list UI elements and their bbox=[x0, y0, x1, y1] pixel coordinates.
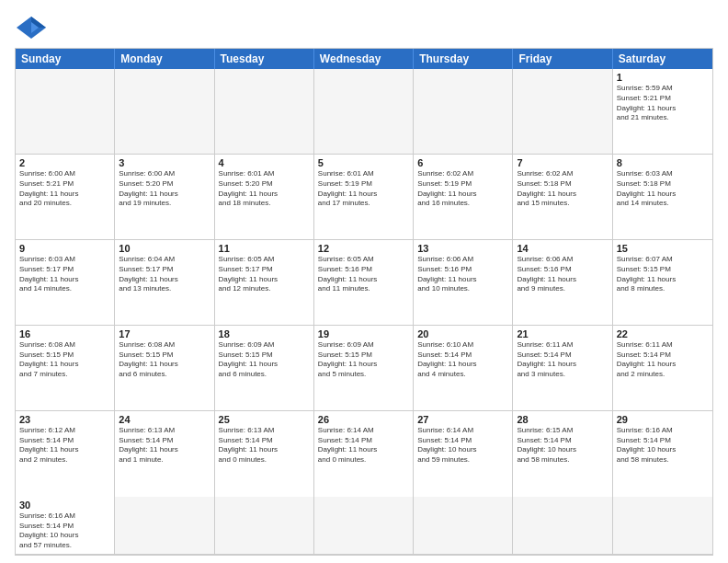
cell-number: 21 bbox=[517, 328, 608, 339]
cell-info: Sunrise: 6:10 AM Sunset: 5:14 PM Dayligh… bbox=[417, 340, 508, 380]
calendar-cell: 20Sunrise: 6:10 AM Sunset: 5:14 PM Dayli… bbox=[414, 326, 513, 411]
cell-number: 7 bbox=[517, 157, 608, 168]
calendar-cell: 3Sunrise: 6:00 AM Sunset: 5:20 PM Daylig… bbox=[115, 155, 214, 240]
day-header: Wednesday bbox=[314, 49, 414, 69]
calendar-cell: 25Sunrise: 6:13 AM Sunset: 5:14 PM Dayli… bbox=[215, 411, 314, 497]
cell-number: 14 bbox=[517, 243, 608, 254]
calendar-cell: 7Sunrise: 6:02 AM Sunset: 5:18 PM Daylig… bbox=[513, 155, 612, 240]
cell-info: Sunrise: 6:09 AM Sunset: 5:15 PM Dayligh… bbox=[219, 340, 310, 380]
cell-number: 20 bbox=[417, 328, 508, 339]
cell-info: Sunrise: 6:11 AM Sunset: 5:14 PM Dayligh… bbox=[617, 340, 709, 380]
cell-number: 1 bbox=[617, 72, 709, 83]
cell-info: Sunrise: 6:13 AM Sunset: 5:14 PM Dayligh… bbox=[219, 426, 310, 465]
cell-number: 17 bbox=[119, 328, 210, 339]
logo-icon bbox=[15, 15, 48, 40]
calendar-cell: 4Sunrise: 6:01 AM Sunset: 5:20 PM Daylig… bbox=[215, 155, 314, 240]
day-header: Friday bbox=[513, 49, 612, 69]
calendar-cell: 6Sunrise: 6:02 AM Sunset: 5:19 PM Daylig… bbox=[414, 155, 513, 240]
calendar-grid: 1Sunrise: 5:59 AM Sunset: 5:21 PM Daylig… bbox=[16, 69, 712, 555]
cell-number: 26 bbox=[318, 414, 409, 425]
calendar-cell: 28Sunrise: 6:15 AM Sunset: 5:14 PM Dayli… bbox=[513, 411, 612, 497]
day-header: Saturday bbox=[613, 49, 712, 69]
cell-info: Sunrise: 6:02 AM Sunset: 5:19 PM Dayligh… bbox=[417, 169, 508, 209]
calendar-cell: 2Sunrise: 6:00 AM Sunset: 5:21 PM Daylig… bbox=[16, 155, 115, 240]
cell-number: 28 bbox=[517, 414, 608, 425]
calendar-cell bbox=[414, 497, 513, 555]
cell-number: 8 bbox=[617, 157, 709, 168]
cell-number: 16 bbox=[19, 328, 110, 339]
cell-info: Sunrise: 6:16 AM Sunset: 5:14 PM Dayligh… bbox=[19, 511, 110, 551]
cell-info: Sunrise: 6:14 AM Sunset: 5:14 PM Dayligh… bbox=[417, 426, 508, 465]
cell-info: Sunrise: 6:02 AM Sunset: 5:18 PM Dayligh… bbox=[517, 169, 608, 209]
calendar-cell: 12Sunrise: 6:05 AM Sunset: 5:16 PM Dayli… bbox=[314, 240, 414, 326]
calendar-cell: 9Sunrise: 6:03 AM Sunset: 5:17 PM Daylig… bbox=[16, 240, 115, 326]
page: SundayMondayTuesdayWednesdayThursdayFrid… bbox=[0, 0, 728, 563]
cell-info: Sunrise: 6:15 AM Sunset: 5:14 PM Dayligh… bbox=[517, 426, 608, 465]
calendar-cell: 26Sunrise: 6:14 AM Sunset: 5:14 PM Dayli… bbox=[314, 411, 414, 497]
cell-number: 25 bbox=[219, 414, 310, 425]
cell-number: 9 bbox=[19, 243, 110, 254]
calendar-cell bbox=[513, 497, 612, 555]
day-headers: SundayMondayTuesdayWednesdayThursdayFrid… bbox=[16, 49, 712, 69]
cell-info: Sunrise: 6:08 AM Sunset: 5:15 PM Dayligh… bbox=[19, 340, 110, 380]
calendar-cell bbox=[16, 69, 115, 155]
calendar-cell: 14Sunrise: 6:06 AM Sunset: 5:16 PM Dayli… bbox=[513, 240, 612, 326]
calendar-cell: 21Sunrise: 6:11 AM Sunset: 5:14 PM Dayli… bbox=[513, 326, 612, 411]
cell-info: Sunrise: 6:13 AM Sunset: 5:14 PM Dayligh… bbox=[119, 426, 210, 465]
cell-number: 13 bbox=[417, 243, 508, 254]
cell-info: Sunrise: 6:09 AM Sunset: 5:15 PM Dayligh… bbox=[318, 340, 409, 380]
calendar-cell: 11Sunrise: 6:05 AM Sunset: 5:17 PM Dayli… bbox=[215, 240, 314, 326]
cell-number: 6 bbox=[417, 157, 508, 168]
calendar-cell: 30Sunrise: 6:16 AM Sunset: 5:14 PM Dayli… bbox=[16, 497, 115, 555]
day-header: Tuesday bbox=[215, 49, 314, 69]
cell-number: 18 bbox=[219, 328, 310, 339]
cell-info: Sunrise: 6:12 AM Sunset: 5:14 PM Dayligh… bbox=[19, 426, 110, 465]
cell-info: Sunrise: 6:05 AM Sunset: 5:17 PM Dayligh… bbox=[219, 255, 310, 294]
calendar-cell: 27Sunrise: 6:14 AM Sunset: 5:14 PM Dayli… bbox=[414, 411, 513, 497]
cell-info: Sunrise: 6:06 AM Sunset: 5:16 PM Dayligh… bbox=[517, 255, 608, 294]
calendar-cell bbox=[115, 497, 214, 555]
cell-number: 27 bbox=[417, 414, 508, 425]
calendar-cell bbox=[115, 69, 214, 155]
day-header: Sunday bbox=[16, 49, 115, 69]
calendar-cell bbox=[314, 497, 414, 555]
header bbox=[15, 15, 713, 40]
cell-info: Sunrise: 6:16 AM Sunset: 5:14 PM Dayligh… bbox=[617, 426, 709, 465]
cell-number: 3 bbox=[119, 157, 210, 168]
cell-number: 30 bbox=[19, 500, 110, 511]
calendar-cell bbox=[215, 69, 314, 155]
calendar-cell: 19Sunrise: 6:09 AM Sunset: 5:15 PM Dayli… bbox=[314, 326, 414, 411]
cell-number: 23 bbox=[19, 414, 110, 425]
cell-number: 19 bbox=[318, 328, 409, 339]
cell-info: Sunrise: 6:00 AM Sunset: 5:21 PM Dayligh… bbox=[19, 169, 110, 209]
cell-number: 12 bbox=[318, 243, 409, 254]
cell-info: Sunrise: 6:01 AM Sunset: 5:19 PM Dayligh… bbox=[318, 169, 409, 209]
cell-number: 10 bbox=[119, 243, 210, 254]
calendar-cell: 15Sunrise: 6:07 AM Sunset: 5:15 PM Dayli… bbox=[613, 240, 712, 326]
cell-number: 5 bbox=[318, 157, 409, 168]
calendar-cell: 23Sunrise: 6:12 AM Sunset: 5:14 PM Dayli… bbox=[16, 411, 115, 497]
cell-info: Sunrise: 6:06 AM Sunset: 5:16 PM Dayligh… bbox=[417, 255, 508, 294]
calendar-cell bbox=[414, 69, 513, 155]
cell-number: 29 bbox=[617, 414, 709, 425]
calendar-cell bbox=[215, 497, 314, 555]
cell-info: Sunrise: 5:59 AM Sunset: 5:21 PM Dayligh… bbox=[617, 84, 709, 123]
calendar-cell: 10Sunrise: 6:04 AM Sunset: 5:17 PM Dayli… bbox=[115, 240, 214, 326]
cell-info: Sunrise: 6:05 AM Sunset: 5:16 PM Dayligh… bbox=[318, 255, 409, 294]
cell-info: Sunrise: 6:03 AM Sunset: 5:18 PM Dayligh… bbox=[617, 169, 709, 209]
day-header: Monday bbox=[115, 49, 214, 69]
calendar-cell bbox=[513, 69, 612, 155]
cell-info: Sunrise: 6:00 AM Sunset: 5:20 PM Dayligh… bbox=[119, 169, 210, 209]
calendar-cell: 13Sunrise: 6:06 AM Sunset: 5:16 PM Dayli… bbox=[414, 240, 513, 326]
calendar-cell: 24Sunrise: 6:13 AM Sunset: 5:14 PM Dayli… bbox=[115, 411, 214, 497]
cell-number: 15 bbox=[617, 243, 709, 254]
calendar-cell: 18Sunrise: 6:09 AM Sunset: 5:15 PM Dayli… bbox=[215, 326, 314, 411]
cell-info: Sunrise: 6:01 AM Sunset: 5:20 PM Dayligh… bbox=[219, 169, 310, 209]
cell-number: 11 bbox=[219, 243, 310, 254]
day-header: Thursday bbox=[414, 49, 513, 69]
cell-number: 24 bbox=[119, 414, 210, 425]
cell-number: 22 bbox=[617, 328, 709, 339]
calendar-cell: 22Sunrise: 6:11 AM Sunset: 5:14 PM Dayli… bbox=[613, 326, 712, 411]
calendar: SundayMondayTuesdayWednesdayThursdayFrid… bbox=[15, 48, 713, 556]
cell-number: 2 bbox=[19, 157, 110, 168]
